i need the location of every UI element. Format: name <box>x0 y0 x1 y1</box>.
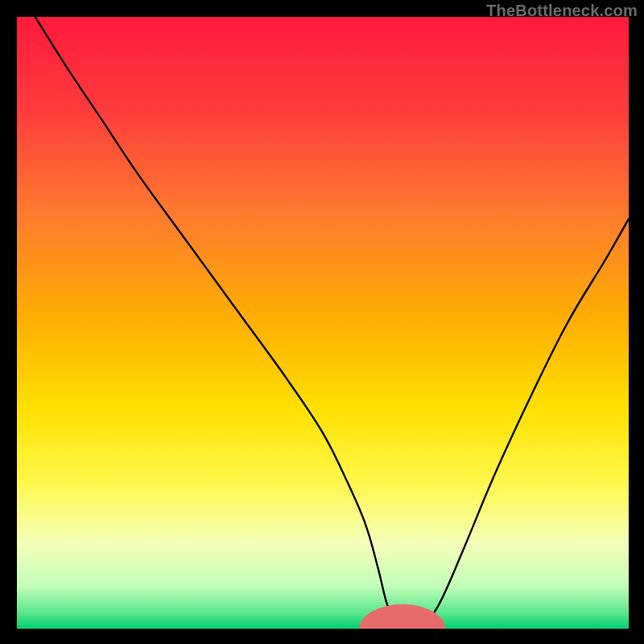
plot-area <box>17 17 629 629</box>
chart-frame: TheBottleneck.com <box>0 0 644 644</box>
watermark-text: TheBottleneck.com <box>486 2 638 20</box>
bottleneck-plot-svg <box>17 17 629 629</box>
gradient-background <box>17 17 629 629</box>
